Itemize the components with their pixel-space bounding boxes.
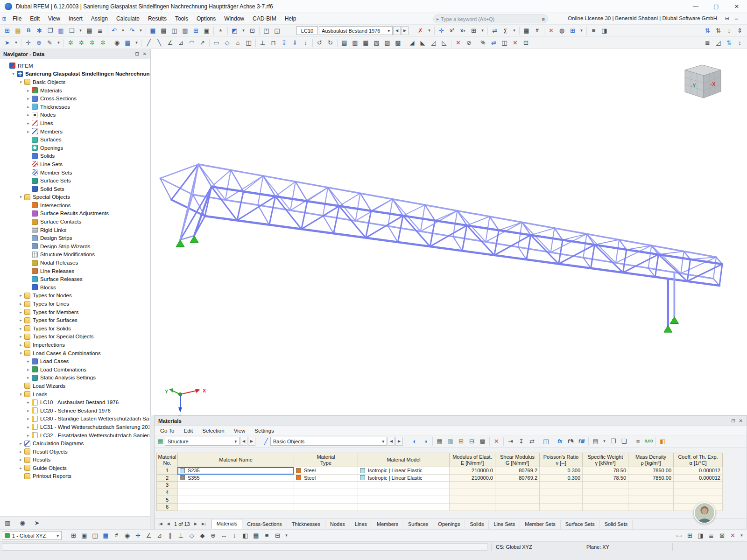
chevron-down-icon[interactable]: ▾ (56, 533, 59, 538)
reorder-rows-icon[interactable]: ↕ (734, 38, 745, 48)
panel-menu-settings[interactable]: Settings (250, 427, 279, 434)
solver-icon[interactable]: ◍ (557, 26, 567, 35)
chevron-right-icon[interactable]: ▸ (25, 359, 31, 364)
superscript-tool-icon[interactable]: x¹ (447, 26, 458, 35)
search-menu-icon[interactable]: ≡ (542, 16, 545, 22)
add-load-icon[interactable]: ✛ (436, 26, 447, 35)
list-icon[interactable]: ≣ (95, 26, 106, 35)
tree-item[interactable]: Rigid Links (0, 226, 149, 234)
rectangle-tool-icon[interactable]: ▭ (211, 38, 222, 48)
formula-edit-icon[interactable]: f✎ (565, 436, 576, 446)
save-icon[interactable]: ▥ (56, 26, 66, 35)
float-panel-icon[interactable]: ⊡ (731, 418, 735, 423)
chart-icon[interactable]: ◩ (229, 26, 240, 35)
surface-tool-icon[interactable]: ⌂ (233, 38, 243, 48)
perpendicular-snap-icon[interactable]: ⊥ (176, 531, 186, 540)
load-arrow-icon[interactable]: ⇓ (289, 38, 300, 48)
table-tab-materials[interactable]: Materials (211, 519, 243, 529)
menu-item-view[interactable]: View (44, 14, 64, 24)
chevron-right-icon[interactable]: ▸ (25, 121, 31, 126)
ortho-snap-icon[interactable]: ◫ (90, 531, 100, 540)
view-box-icon[interactable]: ⊡ (247, 26, 258, 35)
menu-item-window[interactable]: Window (220, 14, 248, 24)
tree-item[interactable]: ▸Calculation Diagrams (0, 439, 149, 448)
tree-item[interactable]: Surfaces (0, 135, 149, 144)
tree-item[interactable]: Openings (0, 144, 149, 152)
cube-face-neg-y-label[interactable]: -Y (691, 83, 697, 88)
chevron-right-icon[interactable]: ▸ (18, 310, 24, 315)
chevron-down-icon[interactable]: ▾ (18, 351, 24, 356)
tree-item[interactable]: ▸LC20 - Schnee Bestand 1976 (0, 406, 149, 415)
grid-tool-icon[interactable]: ▦ (122, 38, 133, 48)
plane-xy-icon[interactable]: ⊓ (268, 38, 279, 48)
materials-panel-header[interactable]: Materials ⊡ ✕ (155, 416, 747, 426)
chevron-down-icon[interactable]: ▾ (382, 439, 384, 444)
previous-page-button[interactable]: ◀ (164, 520, 172, 528)
chevron-right-icon[interactable]: ▸ (25, 433, 31, 438)
materials-table[interactable]: MaterialNo.Material NameMaterialTypeMate… (156, 453, 723, 511)
tree-item[interactable]: ▾Sanierung Glaspalast Sindelfingen Nachr… (0, 70, 149, 78)
snap-center-icon[interactable]: ⊕ (34, 38, 44, 48)
chevron-right-icon[interactable]: ▸ (25, 105, 31, 109)
tree-item[interactable]: ▸Types for Lines (0, 300, 149, 308)
chevron-right-icon[interactable]: ▸ (25, 129, 31, 134)
category-combobox[interactable]: Basic Objects ▾ (270, 437, 387, 446)
status-frame-icon[interactable]: ⊠ (717, 531, 727, 540)
angle-tool-icon[interactable]: ∠ (165, 38, 176, 48)
chevron-down-icon[interactable]: ▾ (426, 26, 433, 35)
chevron-right-icon[interactable]: ▸ (25, 367, 31, 372)
print-table-icon[interactable]: ❏ (619, 436, 629, 446)
table-tab-solid-sets[interactable]: Solid Sets (600, 520, 633, 529)
copy-table-icon[interactable]: ❐ (608, 436, 619, 446)
menu-item-options[interactable]: Options (192, 14, 220, 24)
next-page-button[interactable]: ▶ (192, 520, 200, 528)
parallel-snap-icon[interactable]: ∥ (165, 531, 176, 540)
node-snap-icon[interactable]: ◉ (122, 531, 133, 540)
search-table-icon[interactable]: ◑ (420, 436, 431, 446)
tree-item[interactable]: ▸Cross-Sections (0, 94, 149, 103)
tree-item[interactable]: ▸Thicknesses (0, 103, 149, 111)
minimize-icon[interactable]: — (685, 0, 706, 13)
status-grid-icon[interactable]: ⊞ (684, 531, 695, 540)
menubar-help-icon[interactable]: ≣ (734, 15, 739, 21)
menu-item-edit[interactable]: Edit (26, 14, 44, 24)
cancel-calculation-icon[interactable]: ✕ (546, 26, 557, 35)
support-cone[interactable] (176, 240, 184, 247)
table-tab-thicknesses[interactable]: Thicknesses (287, 520, 325, 529)
chevron-down-icon[interactable]: ▾ (77, 26, 84, 35)
chevron-right-icon[interactable]: ▸ (25, 425, 31, 429)
next-category-button[interactable]: ▶ (395, 437, 403, 446)
tree-item[interactable]: ▸Types for Members (0, 308, 149, 316)
tree-item[interactable]: Printout Reports (0, 472, 149, 481)
menu-item-help[interactable]: Help (281, 14, 301, 24)
chevron-right-icon[interactable]: ▸ (25, 400, 31, 405)
generate-structure-icon[interactable]: ✲ (76, 38, 87, 48)
coordinate-system-combobox[interactable]: 1 - Global XYZ ▾ (2, 531, 62, 540)
slope-4-icon[interactable]: ◺ (439, 38, 450, 48)
copy-icon[interactable]: ❐ (45, 26, 56, 35)
close-icon[interactable]: ✕ (726, 0, 747, 13)
cross-snap-icon[interactable]: ✛ (133, 531, 143, 540)
block-manager-icon[interactable]: B (23, 26, 34, 35)
redo-icon[interactable]: ↷ (127, 26, 137, 35)
print-icon[interactable]: ❏ (66, 26, 77, 35)
table-rows-icon[interactable]: ▥ (180, 26, 190, 35)
status-list-icon[interactable]: ≣ (706, 531, 717, 540)
menu-item-results[interactable]: Results (144, 14, 171, 24)
tree-item[interactable]: RFEM (0, 62, 149, 70)
chevron-down-icon[interactable]: ▾ (738, 531, 745, 540)
chevron-down-icon[interactable]: ▾ (479, 26, 486, 35)
node-tool-icon[interactable]: ◉ (112, 38, 122, 48)
chevron-right-icon[interactable]: ▸ (25, 408, 31, 413)
menubar-float-icon[interactable]: ⊟ (725, 15, 729, 21)
table-tab-members[interactable]: Members (372, 520, 403, 529)
previous-group-button[interactable]: ◀ (240, 437, 247, 446)
tree-item[interactable]: ▸Lines (0, 119, 149, 127)
chevron-down-icon[interactable]: ▾ (511, 26, 518, 35)
disable-icon[interactable]: ⊘ (464, 38, 474, 48)
opening-tool-icon[interactable]: ◫ (243, 38, 254, 48)
table-tab-line-sets[interactable]: Line Sets (489, 520, 520, 529)
tree-item[interactable]: ▸LC30 - Ständige Lasten Wetterschutzdach… (0, 415, 149, 423)
sort-descending-icon[interactable]: ⇅ (713, 26, 724, 35)
table-view-icon[interactable]: ▤ (158, 26, 169, 35)
